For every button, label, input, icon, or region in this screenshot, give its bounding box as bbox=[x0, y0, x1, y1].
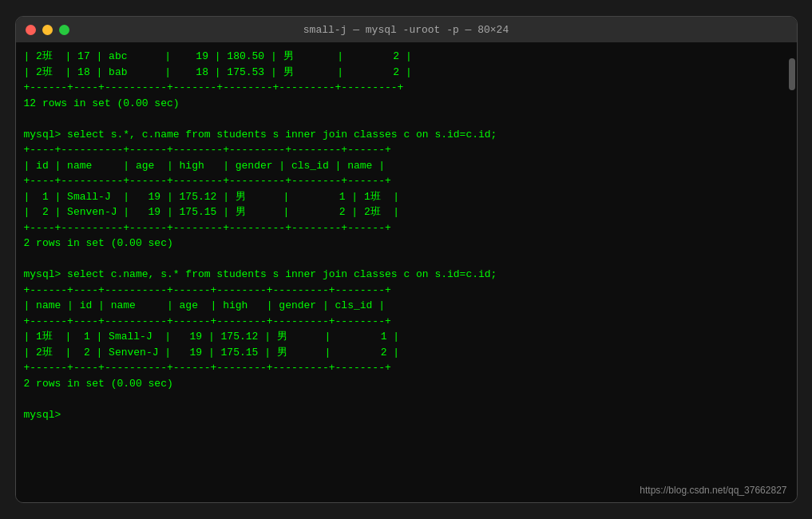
traffic-lights bbox=[26, 25, 69, 35]
terminal-body[interactable]: | 2班 | 17 | abc | 19 | 180.50 | 男 | 2 | … bbox=[16, 42, 797, 502]
watermark: https://blog.csdn.net/qq_37662827 bbox=[640, 485, 786, 496]
window-title: small-j — mysql -uroot -p — 80×24 bbox=[303, 24, 509, 36]
minimize-button[interactable] bbox=[42, 25, 53, 35]
titlebar: small-j — mysql -uroot -p — 80×24 bbox=[16, 17, 797, 42]
terminal-output: | 2班 | 17 | abc | 19 | 180.50 | 男 | 2 | … bbox=[24, 49, 789, 422]
scrollbar[interactable] bbox=[789, 58, 795, 90]
terminal-window: small-j — mysql -uroot -p — 80×24 | 2班 |… bbox=[15, 16, 798, 503]
close-button[interactable] bbox=[26, 25, 36, 35]
maximize-button[interactable] bbox=[59, 25, 69, 35]
